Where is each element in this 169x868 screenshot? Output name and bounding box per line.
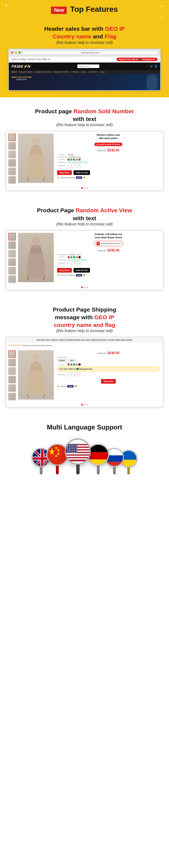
- comp-label-4: Composition:: [57, 356, 68, 358]
- svg-rect-65: [88, 445, 109, 452]
- gap2: [0, 196, 169, 198]
- svg-point-49: [71, 448, 71, 449]
- nav-item-collections[interactable]: COLLECTIONS: [19, 71, 33, 73]
- color-dot-red-3[interactable]: [67, 256, 70, 258]
- qty-plus[interactable]: +: [77, 164, 81, 167]
- thumb4-2[interactable]: [8, 359, 16, 366]
- buy-now-button[interactable]: Buy Now: [57, 170, 72, 175]
- qty-minus-3[interactable]: −: [67, 261, 71, 265]
- qty-plus-3[interactable]: +: [77, 261, 81, 265]
- thumb-5[interactable]: [8, 167, 16, 175]
- nav-item-womens[interactable]: WOMEN'S TOPS: [54, 71, 68, 73]
- hero-figure: [146, 74, 158, 90]
- stars: ★★★★★: [8, 344, 19, 347]
- nav-item-faqs[interactable]: FAQS: [100, 71, 105, 73]
- color-dots-3: [67, 256, 81, 258]
- browser-dot-red: [11, 52, 13, 54]
- color-dot-green-4[interactable]: [70, 363, 73, 366]
- dot4-2: [86, 404, 88, 406]
- flags-container: [5, 436, 164, 474]
- buy-now-button-4[interactable]: Buy Now: [101, 379, 116, 384]
- svg-point-39: [74, 445, 75, 446]
- dress-svg-3: [22, 234, 50, 281]
- geo-shipping-text: For Over $50 to 🇧🇩 Bangladesh!: [59, 368, 92, 370]
- color-dot-blue-3[interactable]: [73, 256, 75, 258]
- browser-url-bar[interactable]: fashionshop.com: [23, 51, 158, 55]
- color-dot-black-3[interactable]: [79, 256, 81, 258]
- pagination-dots-4: [6, 403, 163, 407]
- thumb-6[interactable]: [8, 176, 16, 184]
- ukraine-pin-stem: [127, 467, 130, 474]
- comp-value-3: RAMIE | SILK: [69, 254, 81, 256]
- color-dot-red-4[interactable]: [67, 363, 70, 366]
- section2-title-text2: with text: [73, 116, 96, 122]
- add-to-cart-button[interactable]: Add to Cart: [74, 170, 90, 175]
- color-dot-orange-3[interactable]: [76, 256, 78, 258]
- price-new-3: $240.00: [108, 248, 119, 252]
- color-dot-black-4[interactable]: [79, 363, 81, 366]
- store-search-input[interactable]: [77, 64, 99, 68]
- thumb3-3[interactable]: [8, 250, 16, 257]
- svg-point-40: [76, 445, 77, 446]
- thumb4-4[interactable]: [8, 376, 16, 383]
- svg-point-46: [76, 447, 77, 447]
- thumb-3[interactable]: [8, 151, 16, 158]
- svg-line-9: [27, 394, 29, 398]
- color-dot-green[interactable]: [70, 158, 73, 161]
- qty-minus-4[interactable]: −: [67, 372, 71, 376]
- buy-now-button-3[interactable]: Buy Now: [57, 268, 72, 273]
- nav-item-fashion[interactable]: FASHION CLOTHS: [35, 71, 52, 73]
- thumb-1[interactable]: [8, 133, 16, 141]
- thumb3-2[interactable]: [8, 241, 16, 249]
- nav-item-offers[interactable]: OFFERS: [71, 71, 79, 73]
- product-header-bar: Summer this women cotton knitted hollow …: [6, 337, 163, 343]
- germany-flag-svg: [88, 445, 109, 466]
- qty-value: 1: [72, 164, 77, 167]
- thumb-4[interactable]: [8, 159, 16, 167]
- mc-icon-3: 💳: [83, 274, 86, 276]
- stars-row: ★★★★★ 7 reviews by existing product owne…: [6, 343, 163, 348]
- color-dot-purple[interactable]: [79, 158, 81, 161]
- thumb4-6[interactable]: [8, 393, 16, 400]
- section3-title-text1: Product Page: [37, 207, 76, 213]
- thumb4-5[interactable]: [8, 384, 16, 392]
- section3-product-mockup: Summer red hollow outLace diam flower dr…: [5, 230, 164, 290]
- section3-title-text2: with text: [73, 215, 96, 221]
- thumb3-1[interactable]: [8, 233, 16, 241]
- section-sold-number: Product page Random Sold Number with tex…: [0, 99, 169, 197]
- color-dot-green-3[interactable]: [70, 256, 73, 258]
- color-dot-blue-4[interactable]: [73, 363, 75, 366]
- thumb-2[interactable]: [8, 142, 16, 150]
- color-dot-red[interactable]: [67, 158, 70, 161]
- hero-text: NEW COLLECTION Spring 2024: [11, 76, 32, 80]
- thumb3-4[interactable]: [8, 258, 16, 266]
- add-to-cart-button-3[interactable]: Add to Cart: [74, 268, 90, 273]
- color-dot-blue[interactable]: [73, 158, 75, 161]
- qty-plus-4[interactable]: +: [77, 372, 81, 376]
- mc-icon: 💳: [83, 176, 86, 179]
- product-info-4: $400.00 $240.00 Composition: RAMIE SILK …: [56, 350, 161, 400]
- svg-rect-66: [88, 452, 109, 460]
- section3-highlight: Random Active View: [76, 207, 132, 213]
- thumb4-3[interactable]: [8, 367, 16, 375]
- svg-point-51: [74, 448, 75, 449]
- visa-icon-4: VISA: [67, 385, 73, 388]
- comp-option-ramie[interactable]: RAMIE: [57, 359, 67, 362]
- qty-minus[interactable]: −: [67, 164, 71, 167]
- thumb3-5[interactable]: [8, 267, 16, 275]
- svg-point-48: [69, 448, 70, 449]
- thumb3-6[interactable]: [8, 275, 16, 283]
- quantity-row-3: Quantity: − 1 +: [57, 261, 160, 265]
- section4-product-mockup: Summer this women cotton knitted hollow …: [5, 337, 164, 407]
- svg-rect-31: [66, 453, 91, 455]
- trust-text-3: Secure Checkout: [60, 274, 75, 276]
- thumb4-1[interactable]: [8, 350, 16, 358]
- nav-item-contact[interactable]: CONTACT: [89, 71, 98, 73]
- gap1: [0, 97, 169, 99]
- comp-option-silk[interactable]: SILK: [68, 359, 76, 362]
- nav-item-blog[interactable]: BLOG: [81, 71, 86, 73]
- color-dot-orange-4[interactable]: [76, 363, 78, 366]
- nav-item-shop[interactable]: SHOP: [11, 71, 17, 73]
- color-dot-orange[interactable]: [76, 158, 78, 161]
- composition-label: Composition:: [57, 156, 68, 158]
